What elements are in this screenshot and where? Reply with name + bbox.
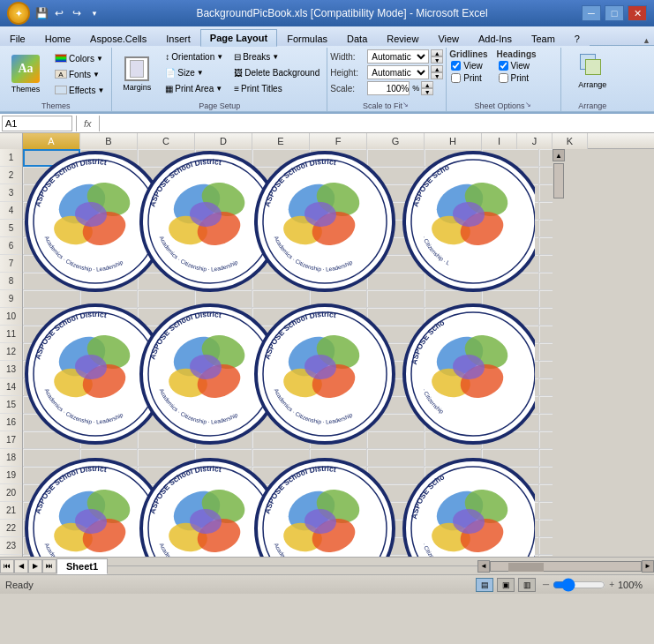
col-header-g[interactable]: G: [367, 133, 425, 149]
row-17[interactable]: 17: [0, 431, 22, 449]
col-header-d[interactable]: D: [195, 133, 252, 149]
arrange-button[interactable]: Arrange: [566, 47, 619, 96]
row-6[interactable]: 6: [0, 237, 22, 255]
page-break-view-btn[interactable]: ▥: [518, 578, 536, 592]
row-4[interactable]: 4: [0, 202, 22, 220]
themes-button[interactable]: Aa Themes: [3, 49, 49, 99]
print-gridlines-checkbox[interactable]: Print: [449, 72, 484, 84]
print-headings-checkbox[interactable]: Print: [497, 72, 531, 84]
scroll-up-btn[interactable]: ▲: [553, 149, 565, 161]
first-sheet-btn[interactable]: ⏮: [0, 559, 14, 573]
name-box[interactable]: [2, 116, 72, 131]
vertical-scrollbar[interactable]: ▲ ▼: [553, 149, 565, 557]
size-button[interactable]: 📄 Size ▼: [161, 65, 228, 80]
undo-button[interactable]: ↩: [51, 5, 67, 21]
col-header-e[interactable]: E: [252, 133, 310, 149]
print-titles-button[interactable]: ≡ Print Titles: [229, 81, 324, 96]
sheet-options-expand-icon[interactable]: ↘: [525, 101, 531, 109]
height-down-btn[interactable]: ▼: [431, 72, 443, 79]
h-scroll-thumb[interactable]: [508, 563, 544, 572]
print-area-button[interactable]: ▦ Print Area ▼: [161, 81, 228, 96]
office-button[interactable]: ✦: [7, 2, 30, 25]
fonts-button[interactable]: A Fonts ▼: [50, 67, 109, 82]
save-button[interactable]: 💾: [34, 5, 49, 21]
arrange-group-label[interactable]: Arrange: [561, 101, 623, 110]
normal-view-btn[interactable]: ▤: [476, 578, 493, 592]
delete-background-button[interactable]: 🖼 Delete Background: [229, 65, 324, 80]
next-sheet-btn[interactable]: ▶: [28, 559, 42, 573]
tab-formulas[interactable]: Formulas: [277, 30, 337, 47]
width-select[interactable]: Automatic 1 page 2 pages: [367, 49, 429, 64]
scroll-right-btn[interactable]: ►: [642, 560, 654, 573]
tab-review[interactable]: Review: [377, 30, 428, 47]
col-header-k[interactable]: K: [553, 133, 588, 149]
tab-file[interactable]: File: [0, 30, 35, 47]
tab-addins[interactable]: Add-Ins: [469, 30, 522, 47]
row-3[interactable]: 3: [0, 184, 22, 202]
breaks-button[interactable]: ⊟ Breaks ▼: [229, 49, 324, 64]
height-select[interactable]: Automatic 1 page 2 pages: [367, 65, 429, 79]
page-setup-group-label[interactable]: Page Setup: [112, 101, 327, 110]
page-layout-view-btn[interactable]: ▣: [497, 578, 515, 592]
row-12[interactable]: 12: [0, 343, 22, 361]
view-headings-input[interactable]: [499, 61, 508, 71]
col-header-a[interactable]: A: [23, 133, 80, 149]
formula-input[interactable]: [103, 116, 652, 131]
effects-button[interactable]: Effects ▼: [50, 83, 109, 98]
maximize-button[interactable]: □: [605, 5, 624, 21]
horizontal-scrollbar[interactable]: ◄ ►: [477, 560, 654, 573]
minimize-button[interactable]: ─: [582, 5, 601, 21]
row-15[interactable]: 15: [0, 396, 22, 414]
width-up-btn[interactable]: ▲: [431, 49, 443, 56]
tab-aspose[interactable]: Aspose.Cells: [80, 30, 156, 47]
print-headings-input[interactable]: [499, 73, 508, 83]
orientation-button[interactable]: ↕ Orientation ▼: [161, 49, 228, 64]
last-sheet-btn[interactable]: ⏭: [42, 559, 56, 573]
close-button[interactable]: ✕: [628, 5, 647, 21]
tab-home[interactable]: Home: [35, 30, 80, 47]
themes-group-label[interactable]: Themes: [0, 101, 111, 110]
row-18[interactable]: 18: [0, 449, 22, 467]
grid-area[interactable]: ASPOSE School District Academics · Citiz…: [23, 149, 654, 557]
row-19[interactable]: 19: [0, 467, 22, 484]
col-header-b[interactable]: B: [80, 133, 138, 149]
width-down-btn[interactable]: ▼: [431, 56, 443, 64]
col-header-i[interactable]: I: [482, 133, 517, 149]
row-5[interactable]: 5: [0, 220, 22, 237]
sheet-tab-sheet1[interactable]: Sheet1: [56, 558, 108, 574]
row-20[interactable]: 20: [0, 484, 22, 502]
view-gridlines-input[interactable]: [451, 61, 461, 71]
h-scroll-track[interactable]: [490, 561, 642, 572]
row-14[interactable]: 14: [0, 378, 22, 396]
col-header-j[interactable]: J: [517, 133, 553, 149]
tab-team[interactable]: Team: [522, 30, 565, 47]
row-1[interactable]: 1: [0, 149, 22, 167]
scale-expand-icon[interactable]: ↘: [402, 101, 409, 109]
print-gridlines-input[interactable]: [451, 73, 461, 83]
sheet-options-group-label[interactable]: Sheet Options ↘: [447, 101, 560, 110]
row-11[interactable]: 11: [0, 326, 22, 343]
height-up-btn[interactable]: ▲: [431, 65, 443, 72]
view-headings-checkbox[interactable]: View: [497, 60, 532, 71]
row-23[interactable]: 23: [0, 537, 22, 555]
margins-button[interactable]: Margins: [115, 49, 159, 99]
row-16[interactable]: 16: [0, 414, 22, 431]
col-header-h[interactable]: H: [425, 133, 482, 149]
row-2[interactable]: 2: [0, 167, 22, 184]
scroll-left-btn[interactable]: ◄: [477, 560, 490, 573]
tab-view[interactable]: View: [428, 30, 469, 47]
tab-insert[interactable]: Insert: [156, 30, 200, 47]
row-21[interactable]: 21: [0, 502, 22, 520]
tab-help[interactable]: ?: [565, 30, 590, 47]
col-header-f[interactable]: F: [310, 133, 367, 149]
dropdown-button[interactable]: ▼: [86, 5, 102, 21]
row-24[interactable]: 24: [0, 555, 22, 557]
row-9[interactable]: 9: [0, 290, 22, 308]
row-7[interactable]: 7: [0, 255, 22, 273]
scale-up-btn[interactable]: ▲: [421, 81, 433, 88]
row-13[interactable]: 13: [0, 361, 22, 378]
col-header-c[interactable]: C: [138, 133, 195, 149]
scale-group-label[interactable]: Scale to Fit ↘: [327, 101, 446, 110]
prev-sheet-btn[interactable]: ◀: [14, 559, 28, 573]
colors-button[interactable]: Colors ▼: [50, 51, 109, 66]
